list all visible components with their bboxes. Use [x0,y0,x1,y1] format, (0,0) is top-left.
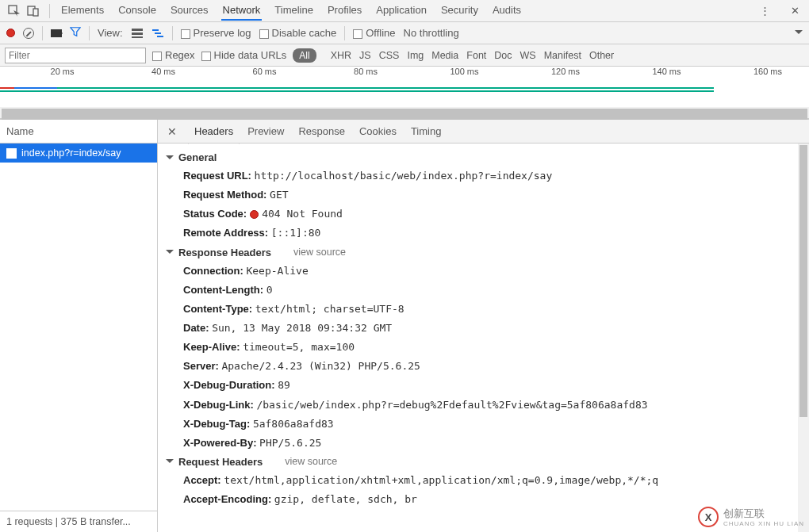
divider [89,26,90,40]
filter-type-css[interactable]: CSS [379,50,400,61]
timeline-tick: 100 ms [404,67,506,81]
chevron-down-icon [166,155,174,163]
header-row: Date: Sun, 13 May 2018 09:34:32 GMT [166,319,801,338]
filter-type-js[interactable]: JS [359,50,371,61]
detail-tab-cookies[interactable]: Cookies [358,122,398,140]
header-row: X-Powered-By: PHP/5.6.25 [166,434,801,453]
inspect-icon[interactable] [5,2,24,21]
devtools-top-bar: ElementsConsoleSourcesNetworkTimelinePro… [0,0,809,22]
more-icon[interactable]: ⋮ [755,2,774,21]
close-icon[interactable]: ✕ [785,2,804,21]
header-row: Connection: Keep-Alive [166,262,801,281]
divider [172,26,173,40]
panel-tabs: ElementsConsoleSourcesNetworkTimelinePro… [56,1,755,21]
throttling-select[interactable]: No throttling [404,27,459,39]
filter-type-xhr[interactable]: XHR [331,50,351,61]
column-header-name[interactable]: Name [0,120,157,144]
tab-sources[interactable]: Sources [169,1,210,21]
filter-toggle-icon[interactable] [70,26,81,40]
headers-panel: General Request URL: http://localhost/ba… [158,144,809,532]
chevron-down-icon [166,250,174,258]
detail-tab-preview[interactable]: Preview [246,122,286,140]
header-row: Content-Length: 0 [166,281,801,300]
timeline-tick: 40 ms [102,67,203,81]
header-row: Server: Apache/2.4.23 (Win32) PHP/5.6.25 [166,357,801,376]
record-button[interactable] [6,29,15,37]
detail-panel: ✕ HeadersPreviewResponseCookiesTiming Ge… [158,120,809,532]
request-row[interactable]: index.php?r=index/say [0,144,157,163]
timeline-tick: 80 ms [304,67,405,81]
header-row: Keep-Alive: timeout=5, max=100 [166,338,801,357]
view-label: View: [98,27,123,39]
tab-profiles[interactable]: Profiles [326,1,363,21]
timeline-tick: 140 ms [607,67,708,81]
vertical-scrollbar[interactable] [798,144,809,532]
tab-network[interactable]: Network [221,1,263,21]
clear-button[interactable] [23,28,34,39]
device-toggle-icon[interactable] [24,2,43,21]
detail-tabs: ✕ HeadersPreviewResponseCookiesTiming [158,120,809,144]
filter-type-ws[interactable]: WS [520,50,536,61]
disable-cache-checkbox[interactable]: Disable cache [259,27,337,39]
regex-checkbox[interactable]: Regex [152,49,195,61]
detail-tab-timing[interactable]: Timing [409,122,443,140]
svg-rect-3 [132,29,143,31]
svg-rect-8 [157,36,163,37]
view-source-link[interactable]: view source [293,247,346,258]
chevron-down-icon[interactable] [795,30,803,38]
tab-console[interactable]: Console [117,1,158,21]
header-row: Content-Type: text/html; charset=UTF-8 [166,300,801,319]
tab-timeline[interactable]: Timeline [273,1,315,21]
screenshot-icon[interactable] [51,29,62,37]
response-headers-section[interactable]: Response Headersview source [166,243,801,262]
timeline-overview[interactable]: 20 ms40 ms60 ms80 ms100 ms120 ms140 ms16… [0,67,809,119]
close-detail-button[interactable]: ✕ [163,125,182,138]
header-row: X-Debug-Duration: 89 [166,376,801,395]
network-toolbar: View: Preserve log Disable cache Offline… [0,22,809,44]
svg-rect-7 [155,33,161,34]
divider [344,26,345,40]
detail-tab-response[interactable]: Response [297,122,347,140]
filter-type-other[interactable]: Other [589,50,614,61]
horizontal-scrollbar[interactable] [0,107,809,118]
tab-security[interactable]: Security [439,1,480,21]
detail-tab-headers[interactable]: Headers [193,122,235,140]
timeline-bar [0,87,714,89]
status-summary: 1 requests | 375 B transfer... [0,511,157,532]
request-headers-section[interactable]: Request Headersview source [166,453,801,471]
filter-type-all[interactable]: All [293,48,316,63]
filter-type-manifest[interactable]: Manifest [544,50,581,61]
offline-checkbox[interactable]: Offline [353,27,395,39]
tab-elements[interactable]: Elements [59,1,105,21]
large-rows-icon[interactable] [131,27,144,40]
preserve-log-checkbox[interactable]: Preserve log [181,27,251,39]
hide-data-urls-checkbox[interactable]: Hide data URLs [201,49,287,61]
waterfall-icon[interactable] [151,27,164,40]
timeline-tick: 120 ms [506,67,608,81]
filter-type-doc[interactable]: Doc [494,50,512,61]
view-source-link[interactable]: view source [285,456,337,467]
watermark: X 创新互联 CHUANG XIN HU LIAN [698,507,804,527]
header-row: X-Debug-Link: /basic/web/index.php?r=deb… [166,396,801,415]
requests-sidebar: Name index.php?r=index/say 1 requests | … [0,120,158,532]
svg-rect-6 [152,29,159,31]
general-section[interactable]: General [166,148,801,166]
divider [42,26,43,40]
document-icon [6,148,17,159]
filter-input[interactable] [5,48,146,63]
divider [49,4,50,18]
filter-type-img[interactable]: Img [407,50,424,61]
svg-rect-5 [132,36,143,38]
request-name: index.php?r=index/say [21,147,121,159]
header-row: X-Debug-Tag: 5af806a8afd83 [166,415,801,434]
timeline-tick: 20 ms [0,67,102,81]
timeline-tick: 60 ms [202,67,304,81]
timeline-tick: 160 ms [708,67,810,81]
filter-type-font[interactable]: Font [466,50,486,61]
status-dot-icon [250,210,259,219]
main-panel: Name index.php?r=index/say 1 requests | … [0,119,809,532]
filter-type-media[interactable]: Media [431,50,458,61]
tab-audits[interactable]: Audits [491,1,523,21]
svg-rect-2 [33,9,38,16]
tab-application[interactable]: Application [374,1,428,21]
